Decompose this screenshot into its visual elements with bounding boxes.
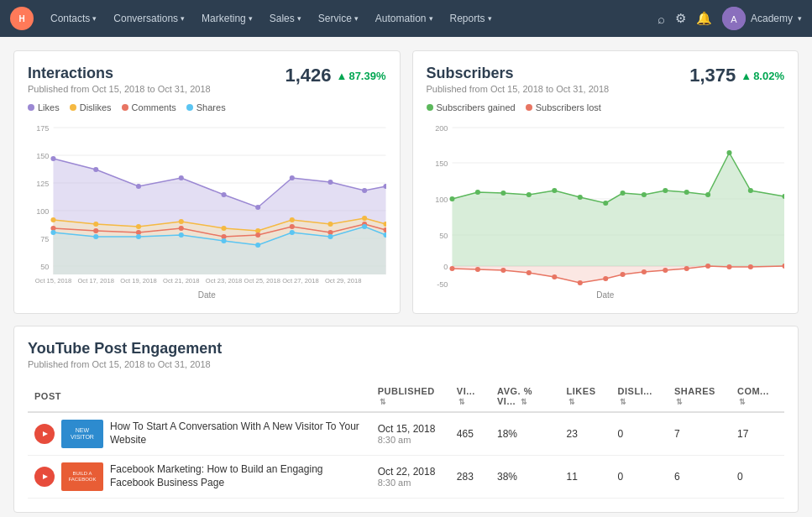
svg-point-51 [136,234,141,239]
col-post: POST [28,381,371,412]
nav-logo[interactable]: H [10,7,34,30]
svg-text:150: 150 [435,159,448,168]
nav-conversations[interactable]: Conversations ▾ [107,9,191,28]
col-likes[interactable]: LIKES ⇅ [560,381,611,412]
engagement-table: POST PUBLISHED ⇅ VI... ⇅ AVG. % VI... ⇅ [28,381,784,499]
svg-point-41 [179,226,184,231]
svg-point-92 [747,188,752,193]
svg-text:Oct 17, 2018: Oct 17, 2018 [77,277,114,285]
svg-text:Oct 15, 2018: Oct 15, 2018 [35,277,72,285]
chevron-down-icon: ▾ [249,14,253,23]
gear-icon[interactable]: ⚙ [675,11,686,26]
subscribers-subtitle: Published from Oct 15, 2018 to Oct 31, 2… [427,84,610,94]
interactions-title: Interactions [28,65,211,82]
svg-point-54 [255,243,260,248]
dislikes-1: 0 [611,412,668,456]
svg-point-91 [726,150,731,155]
svg-text:150: 150 [36,152,49,160]
subscribers-x-label: Date [427,290,785,300]
col-comments[interactable]: COM... ⇅ [731,381,784,412]
table-title: YouTube Post Engagement [28,340,784,358]
svg-point-90 [705,192,710,197]
views-1: 465 [450,412,490,456]
post-thumbnail-2: BUILD AFACEBOOK [61,462,103,491]
nav-marketing[interactable]: Marketing ▾ [195,9,259,28]
published-date-1: Oct 15, 2018 8:30 am [371,412,450,456]
post-thumbnail-1: NEWVISITOR [61,420,103,448]
svg-point-39 [93,228,98,233]
subscribers-change: ▲ 8.02% [741,70,784,82]
search-icon[interactable]: ⌕ [657,12,665,26]
svg-point-23 [290,175,295,180]
svg-text:125: 125 [36,180,49,188]
col-dislikes[interactable]: DISLI... ⇅ [611,381,668,412]
likes-1: 23 [560,412,611,456]
chevron-down-icon: ▾ [354,14,359,23]
subscribers-legend: Subscribers gained Subscribers lost [427,102,785,112]
svg-point-101 [603,276,608,281]
bell-icon[interactable]: 🔔 [696,11,712,26]
svg-point-32 [222,226,227,231]
svg-point-25 [362,188,367,193]
table-subtitle: Published from Oct 15, 2018 to Oct 31, 2… [28,359,784,369]
svg-point-89 [684,190,689,195]
svg-point-53 [222,238,227,243]
col-published[interactable]: PUBLISHED ⇅ [371,381,450,412]
interactions-card: Interactions Published from Oct 15, 2018… [13,50,401,314]
svg-text:Oct 19, 2018: Oct 19, 2018 [120,277,157,285]
legend-dot-likes [28,104,34,111]
navbar: H Contacts ▾ Conversations ▾ Marketing ▾… [0,0,812,37]
svg-point-105 [684,266,689,271]
sort-icon: ⇅ [620,398,627,406]
sort-icon: ⇅ [568,398,576,406]
nav-contacts[interactable]: Contacts ▾ [44,9,103,28]
svg-point-22 [255,205,260,210]
svg-text:Oct 27, 2018: Oct 27, 2018 [282,277,319,285]
interactions-change: ▲ 87.39% [337,70,386,82]
svg-point-34 [290,217,295,222]
views-2: 283 [450,456,490,499]
svg-point-56 [327,234,333,239]
col-views[interactable]: VI... ⇅ [450,381,490,412]
svg-point-104 [663,268,668,273]
engagement-table-card: YouTube Post Engagement Published from O… [13,326,799,513]
likes-2: 11 [560,456,611,499]
svg-marker-78 [452,153,784,266]
subscribers-card: Subscribers Published from Oct 15, 2018 … [412,50,799,314]
chevron-down-icon: ▾ [488,14,492,23]
post-cell-2: BUILD AFACEBOOK Facebook Marketing: How … [28,456,371,499]
nav-automation[interactable]: Automation ▾ [369,9,440,28]
svg-point-19 [136,184,141,189]
nav-service[interactable]: Service ▾ [312,9,365,28]
interactions-chart-area: 175 150 125 100 75 50 [28,119,386,287]
svg-text:Oct 23, 2018: Oct 23, 2018 [206,277,243,285]
nav-reports[interactable]: Reports ▾ [443,9,499,28]
legend-dot-lost [526,104,532,111]
main-content: Interactions Published from Oct 15, 2018… [0,37,812,517]
svg-point-106 [705,264,710,269]
sort-icon: ⇅ [380,398,387,406]
svg-point-43 [255,232,260,238]
legend-shares: Shares [186,102,226,112]
svg-text:50: 50 [40,263,49,271]
interactions-legend: Likes Dislikes Comments Shares [28,102,386,112]
chevron-down-icon: ▾ [92,14,97,23]
subscribers-stat: 1,375 ▲ 8.02% [689,65,784,86]
legend-dislikes: Dislikes [70,102,112,112]
svg-text:A: A [731,14,737,24]
col-avg-views[interactable]: AVG. % VI... ⇅ [490,381,560,412]
subscribers-chart-area: 200 150 100 50 0 [427,119,785,287]
avg-views-1: 18% [490,412,560,456]
youtube-icon-1 [34,424,55,444]
sort-icon: ⇅ [521,398,528,406]
svg-point-83 [552,188,557,193]
svg-text:Oct 21, 2018: Oct 21, 2018 [163,277,200,285]
legend-likes: Likes [28,102,60,112]
svg-point-17 [50,156,55,161]
charts-row: Interactions Published from Oct 15, 2018… [13,50,799,314]
col-shares[interactable]: SHARES ⇅ [668,381,731,412]
nav-user[interactable]: A Academy ▾ [722,7,802,30]
table-row: BUILD AFACEBOOK Facebook Marketing: How … [28,456,784,499]
svg-point-57 [362,224,367,229]
nav-sales[interactable]: Sales ▾ [263,9,308,28]
